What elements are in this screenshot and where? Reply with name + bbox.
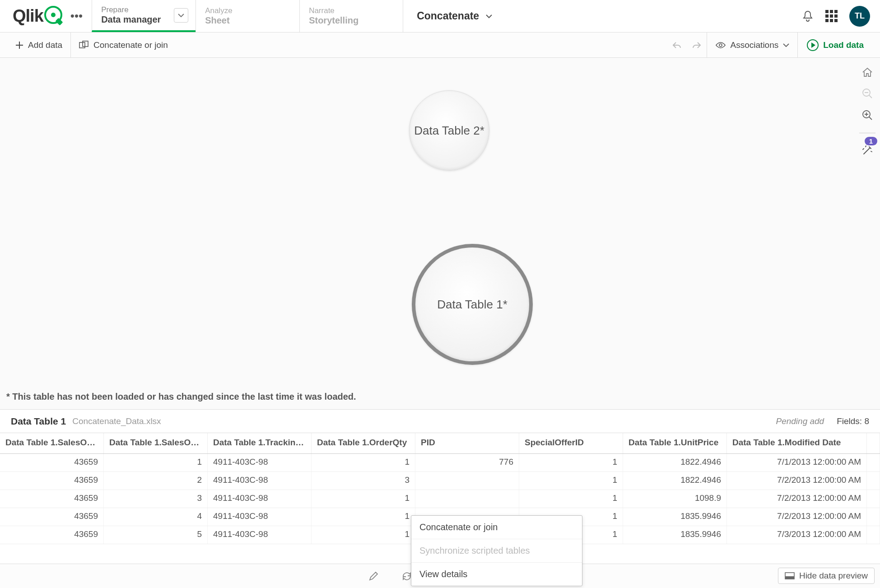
canvas-footnote: * This table has not been loaded or has … <box>6 392 356 402</box>
more-icon[interactable]: ••• <box>70 9 83 23</box>
add-data-button[interactable]: Add data <box>7 33 70 57</box>
table-bubble-1[interactable]: Data Table 1* <box>412 244 533 365</box>
table-cell: 1 <box>519 472 623 490</box>
table-cell: 7/1/2013 12:00:00 AM <box>727 454 867 471</box>
table-cell: 1835.9946 <box>623 508 727 526</box>
table-cell: 1 <box>312 454 415 471</box>
table-cell: 4911-403C-98 <box>208 472 312 490</box>
app-title-dropdown[interactable]: Concatenate <box>403 0 506 32</box>
app-launcher-icon[interactable] <box>825 10 838 22</box>
cell-spacer <box>867 472 880 490</box>
table-cell: 7/2/2013 12:00:00 AM <box>727 508 867 526</box>
logo-area: Qlik ••• <box>0 0 92 32</box>
table-cell: 1822.4946 <box>623 472 727 490</box>
zoom-out-icon[interactable] <box>861 88 873 99</box>
load-data-label: Load data <box>823 40 864 50</box>
table-cell: 1098.9 <box>623 490 727 508</box>
table-cell: 1 <box>312 526 415 544</box>
toolbar: Add data Concatenate or join Association… <box>0 33 880 58</box>
tab-narrate-small: Narrate <box>309 6 390 15</box>
tab-narrate-big: Storytelling <box>309 15 390 26</box>
topbar-right: TL <box>802 0 880 32</box>
associations-canvas[interactable]: Data Table 2* Data Table 1* * This table… <box>0 58 880 409</box>
column-header[interactable]: Data Table 1.OrderQty <box>312 433 415 453</box>
column-header[interactable]: SpecialOfferID <box>519 433 623 453</box>
eye-icon <box>715 42 726 49</box>
tab-narrate[interactable]: Narrate Storytelling <box>299 0 403 32</box>
table-cell: 43659 <box>0 454 104 471</box>
concatenate-button[interactable]: Concatenate or join <box>70 33 176 57</box>
table-cell: 43659 <box>0 490 104 508</box>
cell-spacer <box>867 454 880 471</box>
app-title-text: Concatenate <box>417 10 479 22</box>
column-header[interactable]: Data Table 1.SalesO… <box>104 433 208 453</box>
associations-label: Associations <box>731 40 779 50</box>
bell-icon[interactable] <box>802 10 814 23</box>
table-cell: 4911-403C-98 <box>208 526 312 544</box>
avatar[interactable]: TL <box>849 6 870 27</box>
concat-icon <box>79 41 89 50</box>
table-cell: 1 <box>519 454 623 471</box>
home-icon[interactable] <box>861 67 873 78</box>
recommendations-badge: 1 <box>865 137 877 145</box>
column-header[interactable]: Data Table 1.SalesO… <box>0 433 104 453</box>
table-cell <box>415 472 519 490</box>
tab-prepare[interactable]: Prepare Data manager <box>92 0 196 32</box>
table-row[interactable]: 4365934911-403C-98111098.97/2/2013 12:00… <box>0 490 880 508</box>
table-cell: 3 <box>104 490 208 508</box>
preview-header: Data Table 1 Concatenate_Data.xlsx Pendi… <box>0 409 880 433</box>
associations-dropdown[interactable]: Associations <box>707 33 798 57</box>
table-cell: 4911-403C-98 <box>208 508 312 526</box>
ctx-synchronize: Synchronize scripted tables <box>411 539 582 562</box>
tab-analyze[interactable]: Analyze Sheet <box>196 0 299 32</box>
edit-icon[interactable] <box>364 567 382 585</box>
preview-file-name: Concatenate_Data.xlsx <box>72 416 161 426</box>
svg-rect-0 <box>79 42 85 48</box>
load-data-button[interactable]: Load data <box>798 33 873 57</box>
table-cell: 43659 <box>0 472 104 490</box>
top-bar: Qlik ••• Prepare Data manager Analyze Sh… <box>0 0 880 33</box>
right-rail: 1 <box>855 58 880 156</box>
table-cell: 4911-403C-98 <box>208 490 312 508</box>
table-row[interactable]: 4365914911-403C-98177611822.49467/1/2013… <box>0 454 880 472</box>
redo-icon[interactable] <box>687 33 707 57</box>
table-bubble-2[interactable]: Data Table 2* <box>409 90 489 171</box>
nav-tabs: Prepare Data manager Analyze Sheet Narra… <box>92 0 403 32</box>
ctx-concatenate[interactable]: Concatenate or join <box>411 516 582 539</box>
column-header[interactable]: Data Table 1.Tracking… <box>208 433 312 453</box>
table-cell: 43659 <box>0 526 104 544</box>
bubble2-label: Data Table 2* <box>414 124 484 138</box>
zoom-in-icon[interactable] <box>861 109 873 121</box>
table-cell: 4911-403C-98 <box>208 454 312 471</box>
context-menu: Concatenate or join Synchronize scripted… <box>411 515 582 586</box>
undo-icon[interactable] <box>667 33 687 57</box>
table-row[interactable]: 4365924911-403C-98311822.49467/2/2013 12… <box>0 472 880 490</box>
chevron-down-icon[interactable] <box>174 8 188 23</box>
chevron-down-icon <box>485 14 493 19</box>
plus-icon <box>15 41 23 49</box>
cell-spacer <box>867 526 880 544</box>
concatenate-label: Concatenate or join <box>93 40 168 50</box>
play-circle-icon <box>807 39 819 51</box>
magic-wand-icon[interactable]: 1 <box>862 145 873 156</box>
table-cell: 1 <box>312 490 415 508</box>
table-cell: 1 <box>312 508 415 526</box>
bubble1-label: Data Table 1* <box>437 298 508 312</box>
svg-rect-6 <box>785 576 794 579</box>
svg-point-2 <box>719 44 722 47</box>
table-cell <box>415 490 519 508</box>
panel-icon <box>785 572 795 579</box>
chevron-down-icon <box>783 43 789 47</box>
table-cell: 43659 <box>0 508 104 526</box>
column-header[interactable]: Data Table 1.Modified Date <box>727 433 867 453</box>
toolbar-right: Associations Load data <box>667 33 873 57</box>
ctx-view-details[interactable]: View details <box>411 562 582 586</box>
column-header[interactable]: Data Table 1.UnitPrice <box>623 433 727 453</box>
table-cell: 5 <box>104 526 208 544</box>
table-cell: 1835.9946 <box>623 526 727 544</box>
hide-preview-button[interactable]: Hide data preview <box>778 568 875 584</box>
hide-preview-label: Hide data preview <box>799 571 868 581</box>
table-cell: 1 <box>519 490 623 508</box>
column-header[interactable]: PID <box>415 433 519 453</box>
table-cell: 7/2/2013 12:00:00 AM <box>727 490 867 508</box>
